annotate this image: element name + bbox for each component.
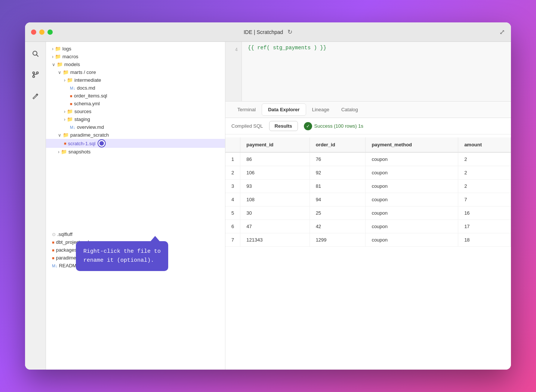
tree-item-macros[interactable]: › 📁 macros [46,53,225,60]
folder-icon: 📁 [61,149,67,155]
minimize-button[interactable] [39,29,44,35]
search-icon[interactable] [30,48,41,60]
tooltip-box: Right-click the file torename it (option… [76,241,168,271]
sql-icon: ■ [64,141,67,146]
tooltip-container: Right-click the file torename it (option… [76,236,168,271]
refresh-icon[interactable]: ↻ [287,28,292,35]
row-number: 2 [225,166,240,180]
col-row-num [225,137,240,152]
cell-order-id: 94 [309,193,366,206]
tab-label: Data Explorer [268,107,300,112]
col-payment-method: payment_method [366,137,458,152]
tree-item-label: models [64,62,80,67]
success-badge: ✓ Success (100 rows) 1s [304,122,364,130]
yml-icon: ■ [52,240,55,245]
titlebar: IDE | Scratchpad ↻ ⤢ [25,22,511,42]
svg-point-4 [36,72,38,74]
tab-data-explorer[interactable]: Data Explorer [262,103,306,116]
cell-order-id: 42 [309,220,366,233]
tree-item-overview-md[interactable]: M↓ overview.md [46,123,225,131]
hidden-icon: ⊙ [52,232,56,237]
yml-icon: ■ [52,248,55,252]
yml-icon: ■ [52,256,55,260]
cell-order-id: 81 [309,180,366,193]
tree-item-label: paradime_scratch [70,132,109,138]
table-row: 4 108 94 coupon 7 [225,193,511,206]
table-row: 5 30 25 coupon 16 [225,206,511,220]
tree-item-sources[interactable]: › 📁 sources [46,108,225,115]
tab-catalog[interactable]: Catalog [335,104,364,115]
tree-item-scratch-1-sql[interactable]: ■ scratch-1.sql [46,139,225,148]
cell-order-id: 25 [309,206,366,220]
cell-payment-method: coupon [366,233,458,247]
maximize-button[interactable] [47,29,53,35]
chevron-right-icon: › [58,149,59,155]
tree-item-label: .sqlfluff [57,231,73,237]
tree-item-snapshots[interactable]: › 📁 snapshots [46,148,225,156]
tree-item-models[interactable]: ∨ 📁 models [46,60,225,68]
tree-item-intermediate[interactable]: › 📁 intermediate [46,76,225,84]
tree-item-label: snapshots [68,149,90,155]
cell-payment-id: 30 [240,206,309,220]
cell-amount: 2 [458,180,511,193]
svg-line-1 [36,55,38,57]
tree-item-label: docs.md [77,85,95,91]
cell-payment-id: 121343 [240,233,309,247]
tab-label: Lineage [312,107,329,112]
tree-item-label: marts / core [70,69,96,75]
cell-payment-method: coupon [366,152,458,166]
chevron-right-icon: › [52,46,53,52]
tree-item-order-items-sql[interactable]: ■ order_items.sql [46,92,225,100]
tree-item-paradime-scratch[interactable]: ∨ 📁 paradime_scratch [46,131,225,139]
tree-item-label: macros [62,54,78,59]
table-row: 6 47 42 coupon 17 [225,220,511,233]
cell-payment-method: coupon [366,220,458,233]
col-order-id: order_id [309,137,366,152]
folder-icon: 📁 [67,116,73,122]
tree-item-label: sources [74,109,92,114]
traffic-lights [31,29,53,35]
cursor-dot [98,140,105,147]
chevron-right-icon: › [64,117,65,122]
chevron-right-icon: › [64,109,65,114]
line-number: 4 [225,45,238,55]
tree-item-staging[interactable]: › 📁 staging [46,115,225,123]
tab-terminal[interactable]: Terminal [231,104,262,115]
cell-amount: 2 [458,166,511,180]
row-number: 7 [225,233,240,247]
cell-payment-method: coupon [366,193,458,206]
cell-payment-id: 86 [240,152,309,166]
table-row: 3 93 81 coupon 2 [225,180,511,193]
magic-icon[interactable] [30,90,41,102]
sql-icon: ■ [70,94,73,98]
table-row: 7 121343 1299 coupon 18 [225,233,511,247]
tree-item-marts-core[interactable]: ∨ 📁 marts / core [46,68,225,76]
branch-icon[interactable] [30,69,41,81]
cell-payment-method: coupon [366,180,458,193]
cell-amount: 7 [458,193,511,206]
folder-icon: 📁 [67,109,73,114]
sidebar-icons [25,42,46,370]
tree-item-label: staging [74,116,90,122]
tab-lineage[interactable]: Lineage [306,104,335,115]
tree-item-schema-yml[interactable]: ■ schema.yml [46,100,225,108]
results-button[interactable]: Results [269,121,298,131]
close-button[interactable] [31,29,36,35]
compiled-sql-button[interactable]: Compiled SQL [231,123,263,129]
chevron-down-icon: ∨ [58,70,61,75]
cell-amount: 18 [458,233,511,247]
folder-icon: 📁 [57,62,63,67]
table-container[interactable]: payment_id order_id payment_method amoun… [225,134,511,370]
code-area: 4 {{ ref( stg_payments ) }} [225,42,511,102]
svg-point-3 [33,76,34,78]
cell-amount: 16 [458,206,511,220]
expand-icon[interactable]: ⤢ [499,28,505,36]
tree-item-label: order_items.sql [74,93,107,99]
file-tree: › 📁 logs › 📁 macros ∨ 📁 models ∨ 📁 marts… [46,42,225,370]
table-row: 1 86 76 coupon 2 [225,152,511,166]
tree-item-docs-md[interactable]: M↓ docs.md [46,84,225,92]
cell-order-id: 76 [309,152,366,166]
tree-item-logs[interactable]: › 📁 logs [46,45,225,53]
window-title: IDE | Scratchpad [244,29,283,35]
cell-payment-id: 106 [240,166,309,180]
